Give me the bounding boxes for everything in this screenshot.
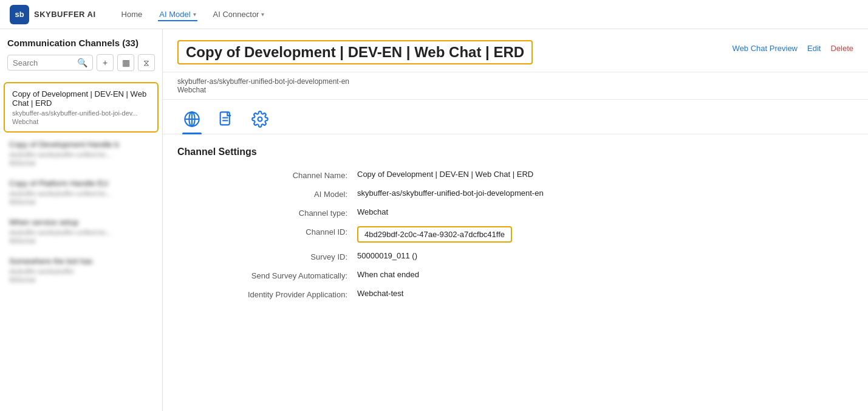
- nav-home[interactable]: Home: [120, 7, 144, 21]
- logo-text: SKYBUFFER AI: [34, 10, 96, 19]
- list-item-title: When service setup: [9, 218, 155, 227]
- channel-name-label: Channel Name:: [214, 170, 347, 180]
- send-survey-value: When chat ended: [357, 270, 639, 280]
- channel-type-value: Webchat: [357, 207, 639, 218]
- tabs-row: [163, 100, 868, 134]
- channel-id-label: Channel ID:: [214, 226, 347, 243]
- chevron-down-icon: ▾: [261, 11, 264, 18]
- nav-ai-model[interactable]: AI Model ▾: [158, 7, 197, 21]
- channel-settings: Channel Settings Channel Name: Copy of D…: [163, 134, 868, 311]
- page-title: Copy of Development | DEV-EN | Web Chat …: [186, 44, 524, 60]
- section-title: Channel Settings: [177, 147, 853, 157]
- page-title-box: Copy of Development | DEV-EN | Web Chat …: [177, 40, 533, 64]
- tab-language[interactable]: [177, 105, 207, 134]
- list-item-type: Webchat: [9, 198, 155, 206]
- content-header-actions: Web Chat Preview Edit Delete: [733, 40, 853, 53]
- ai-model-value: skybuffer-as/skybuffer-unified-bot-joi-d…: [357, 188, 639, 199]
- list-item-active[interactable]: Copy of Development | DEV-EN | Web Chat …: [4, 82, 159, 133]
- logo-area: sb SKYBUFFER AI: [10, 5, 96, 24]
- grid-view-button[interactable]: ▦: [117, 54, 134, 71]
- channel-id-value: 4bd29bdf-2c0c-47ae-9302-a7dcfbc41ffe: [357, 226, 512, 243]
- channel-type-label: Channel type:: [214, 207, 347, 218]
- list-item-type: Webchat: [9, 276, 155, 283]
- identity-provider-label: Identity Provider Application:: [214, 289, 347, 299]
- sidebar: Communication Channels (33) 🔍 + ▦ ⧖ Copy…: [0, 29, 163, 411]
- search-icon: 🔍: [77, 58, 87, 67]
- search-box[interactable]: 🔍: [7, 55, 93, 71]
- list-item-type: Webchat: [9, 237, 155, 244]
- send-survey-label: Send Survey Automatically:: [214, 270, 347, 280]
- breadcrumb-type: Webchat: [177, 86, 853, 94]
- content-header: Copy of Development | DEV-EN | Web Chat …: [163, 29, 868, 72]
- identity-provider-value: Webchat-test: [357, 289, 639, 299]
- list-item[interactable]: Copy of Development Handle b skybuffer-a…: [0, 134, 162, 173]
- list-item-sub: skybuffer-as/skybuffer-unified-bo...: [9, 151, 143, 158]
- list-item[interactable]: When service setup skybuffer-as/skybuffe…: [0, 212, 162, 250]
- add-button[interactable]: +: [97, 54, 114, 71]
- content-area: Copy of Development | DEV-EN | Web Chat …: [163, 29, 868, 411]
- tab-document[interactable]: [211, 105, 241, 134]
- svg-point-7: [258, 117, 262, 122]
- ai-model-label: AI Model:: [214, 188, 347, 199]
- chevron-down-icon: ▾: [193, 11, 196, 18]
- web-chat-preview-button[interactable]: Web Chat Preview: [733, 44, 798, 53]
- filter-button[interactable]: ⧖: [138, 54, 155, 71]
- list-item-title: Copy of Development Handle b: [9, 140, 155, 149]
- top-bar: sb SKYBUFFER AI Home AI Model ▾ AI Conne…: [0, 0, 868, 29]
- edit-button[interactable]: Edit: [807, 44, 821, 53]
- tab-settings[interactable]: [245, 105, 275, 134]
- search-input[interactable]: [13, 58, 73, 67]
- sidebar-title: Communication Channels (33): [7, 38, 155, 48]
- main-layout: Communication Channels (33) 🔍 + ▦ ⧖ Copy…: [0, 29, 868, 411]
- sidebar-toolbar: 🔍 + ▦ ⧖: [7, 54, 155, 71]
- list-item[interactable]: Copy of Platform Handle EU skybuffer-as/…: [0, 173, 162, 212]
- channel-name-value: Copy of Development | DEV-EN | Web Chat …: [357, 170, 639, 180]
- logo-icon: sb: [10, 5, 29, 24]
- channel-id-value-box: 4bd29bdf-2c0c-47ae-9302-a7dcfbc41ffe: [357, 226, 639, 243]
- delete-button[interactable]: Delete: [830, 44, 853, 53]
- list-item-sub: skybuffer-as/skybuffer-unified-bo...: [9, 190, 143, 197]
- list-item-title: Copy of Development | DEV-EN | Web Chat …: [12, 89, 150, 108]
- list-item-type: Webchat: [12, 118, 150, 125]
- list-item-sub: skybuffer-as/skybuffer-unified-bot-joi-d…: [12, 109, 146, 117]
- survey-id-value: 50000019_011 (): [357, 251, 639, 261]
- list-item-title: Copy of Platform Handle EU: [9, 179, 155, 188]
- list-item-type: Webchat: [9, 159, 155, 167]
- list-item[interactable]: Somewhere the bot has skybuffer-as/skybu…: [0, 250, 162, 289]
- svg-rect-4: [220, 112, 230, 125]
- list-item-sub: skybuffer-as/skybuffer: [9, 268, 143, 275]
- breadcrumb-path: skybuffer-as/skybuffer-unified-bot-joi-d…: [177, 77, 853, 86]
- breadcrumb-area: skybuffer-as/skybuffer-unified-bot-joi-d…: [163, 72, 868, 100]
- settings-table: Channel Name: Copy of Development | DEV-…: [214, 170, 639, 299]
- survey-id-label: Survey ID:: [214, 251, 347, 261]
- list-item-title: Somewhere the bot has: [9, 257, 155, 266]
- list-item-sub: skybuffer-as/skybuffer-unified-bo...: [9, 229, 143, 236]
- sidebar-list: Copy of Development | DEV-EN | Web Chat …: [0, 78, 162, 411]
- sidebar-header: Communication Channels (33) 🔍 + ▦ ⧖: [0, 29, 162, 78]
- nav-ai-connector[interactable]: AI Connector ▾: [212, 7, 266, 21]
